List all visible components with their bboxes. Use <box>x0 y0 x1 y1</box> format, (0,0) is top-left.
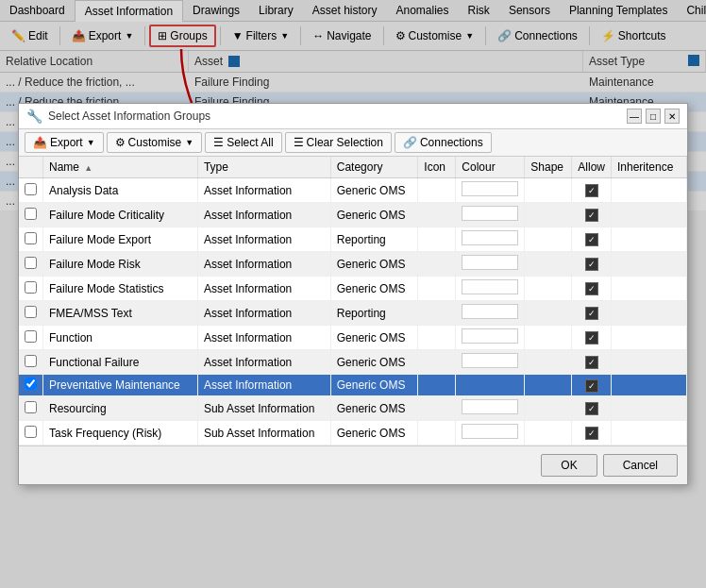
row-checkbox[interactable] <box>25 378 37 390</box>
maximize-button[interactable]: □ <box>646 109 661 124</box>
colour-box[interactable] <box>462 206 518 221</box>
dialog-table-row[interactable]: Preventative MaintenanceAsset Informatio… <box>19 375 687 396</box>
allow-checkbox[interactable]: ✓ <box>585 331 598 344</box>
close-button[interactable]: ✕ <box>664 109 680 124</box>
allow-checkbox[interactable]: ✓ <box>585 258 598 271</box>
row-icon <box>418 178 456 203</box>
dialog-connections-button[interactable]: 🔗 Connections <box>395 132 492 153</box>
dialog-table-row[interactable]: Failure Mode ExportAsset InformationRepo… <box>19 227 687 252</box>
row-inheritence <box>612 227 687 252</box>
colour-box[interactable] <box>462 353 518 368</box>
row-checkbox[interactable] <box>25 330 37 343</box>
col-inheritence[interactable]: Inheritence <box>612 157 687 178</box>
row-colour <box>456 203 525 227</box>
row-name: Resourcing <box>43 396 198 421</box>
dialog-table-row[interactable]: Analysis DataAsset InformationGeneric OM… <box>19 178 687 203</box>
allow-checkbox[interactable]: ✓ <box>585 307 598 320</box>
row-inheritence <box>612 301 687 326</box>
allow-checkbox[interactable]: ✓ <box>585 184 598 197</box>
dialog-select-all-button[interactable]: ☰ Select All <box>205 132 281 153</box>
dialog-table-row[interactable]: Functional FailureAsset InformationGener… <box>19 350 687 375</box>
row-icon <box>418 375 456 396</box>
row-shape <box>525 326 572 350</box>
col-type[interactable]: Type <box>197 157 330 178</box>
row-type: Asset Information <box>197 277 330 301</box>
allow-checkbox[interactable]: ✓ <box>585 402 598 415</box>
colour-box[interactable] <box>462 255 518 270</box>
row-category: Generic OMS <box>330 375 418 396</box>
colour-box[interactable] <box>462 424 518 439</box>
dialog-export-button[interactable]: 📤 Export ▼ <box>25 132 104 153</box>
dialog-customise-button[interactable]: ⚙ Customise ▼ <box>107 132 203 153</box>
row-checkbox[interactable] <box>25 306 37 318</box>
allow-checkbox[interactable]: ✓ <box>585 209 598 222</box>
row-type: Asset Information <box>197 203 330 227</box>
row-inheritence <box>612 252 687 277</box>
row-category: Generic OMS <box>330 421 418 445</box>
row-category: Generic OMS <box>330 178 418 203</box>
row-icon <box>418 301 456 326</box>
row-name: Task Frequency (Risk) <box>43 421 198 445</box>
row-type: Asset Information <box>197 301 330 326</box>
dialog-toolbar: 📤 Export ▼ ⚙ Customise ▼ ☰ Select All ☰ … <box>19 129 687 157</box>
row-allow: ✓ <box>572 375 612 396</box>
row-icon <box>418 277 456 301</box>
col-icon[interactable]: Icon <box>418 157 456 178</box>
dialog-table-row[interactable]: FunctionAsset InformationGeneric OMS✓ <box>19 326 687 350</box>
row-shape <box>525 350 572 375</box>
row-category: Generic OMS <box>330 203 418 227</box>
row-name: Preventative Maintenance <box>43 375 198 396</box>
cancel-button[interactable]: Cancel <box>603 454 678 477</box>
col-allow[interactable]: Allow <box>572 157 612 178</box>
colour-box[interactable] <box>462 399 518 414</box>
row-checkbox[interactable] <box>25 355 37 367</box>
row-checkbox[interactable] <box>25 183 37 195</box>
dialog-table-row[interactable]: FMEA/MSS TextAsset InformationReporting✓ <box>19 301 687 326</box>
colour-box[interactable] <box>462 181 518 196</box>
colour-box[interactable] <box>462 328 518 344</box>
row-allow: ✓ <box>572 421 612 445</box>
row-colour <box>456 375 525 396</box>
dialog-overlay: 🔧 Select Asset Information Groups — □ ✕ … <box>0 0 706 588</box>
row-checkbox[interactable] <box>25 208 37 220</box>
colour-box[interactable] <box>462 230 518 245</box>
colour-box[interactable] <box>462 304 518 319</box>
row-checkbox[interactable] <box>25 426 37 438</box>
row-name: Failure Mode Risk <box>43 252 198 277</box>
colour-box[interactable] <box>462 279 518 294</box>
col-colour[interactable]: Colour <box>456 157 525 178</box>
minimize-button[interactable]: — <box>627 109 642 124</box>
row-checkbox[interactable] <box>25 281 37 294</box>
dialog-table-row[interactable]: Failure Mode CriticalityAsset Informatio… <box>19 203 687 227</box>
dialog-table-row[interactable]: Task Frequency (Risk)Sub Asset Informati… <box>19 421 687 445</box>
row-allow: ✓ <box>572 301 612 326</box>
allow-checkbox[interactable]: ✓ <box>585 356 598 369</box>
col-name[interactable]: Name ▲ <box>43 157 198 178</box>
row-colour <box>456 252 525 277</box>
row-inheritence <box>612 375 687 396</box>
dialog-table-row[interactable]: ResourcingSub Asset InformationGeneric O… <box>19 396 687 421</box>
row-shape <box>525 203 572 227</box>
row-checkbox[interactable] <box>25 401 37 413</box>
dialog-export-arrow: ▼ <box>87 138 95 147</box>
dialog-table-container[interactable]: Name ▲ Type Category Icon Colour Shape A… <box>19 157 687 445</box>
dialog-clear-selection-button[interactable]: ☰ Clear Selection <box>285 132 392 153</box>
allow-checkbox[interactable]: ✓ <box>585 233 598 246</box>
row-allow: ✓ <box>572 277 612 301</box>
row-inheritence <box>612 326 687 350</box>
row-shape <box>525 301 572 326</box>
ok-button[interactable]: OK <box>541 454 597 477</box>
dialog-table-row[interactable]: Failure Mode RiskAsset InformationGeneri… <box>19 252 687 277</box>
row-checkbox[interactable] <box>25 257 37 269</box>
col-shape[interactable]: Shape <box>525 157 572 178</box>
row-checkbox[interactable] <box>25 232 37 244</box>
row-icon <box>418 227 456 252</box>
row-colour <box>456 178 525 203</box>
row-inheritence <box>612 350 687 375</box>
col-category[interactable]: Category <box>330 157 418 178</box>
allow-checkbox[interactable]: ✓ <box>585 282 598 295</box>
allow-checkbox[interactable]: ✓ <box>585 379 598 393</box>
dialog-table-row[interactable]: Failure Mode StatisticsAsset Information… <box>19 277 687 301</box>
allow-checkbox[interactable]: ✓ <box>585 427 598 440</box>
row-allow: ✓ <box>572 252 612 277</box>
